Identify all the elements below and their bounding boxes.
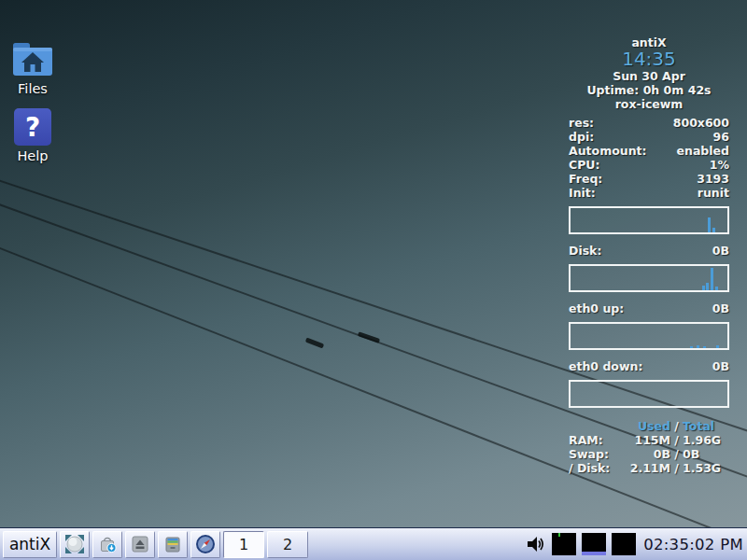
wire-splice [305,338,324,349]
stat-label: res: [569,116,594,130]
usage-header: Used / Total [569,419,729,433]
conky-session: rox-icewm [569,97,729,111]
disk-graph-section: Disk: 0B [569,244,729,292]
web-browser-button[interactable] [190,531,220,558]
graph-value: 0B [712,244,729,258]
network-monitor-applet[interactable] [582,533,606,555]
usage-row-swap: Swap: 0B / 0B [569,447,729,461]
stat-value: 3193 [697,172,729,186]
stat-row-init: Init: runit [569,186,729,200]
conky-stats: res: 747x560 dpi: 96 Automount: enabled … [569,116,729,200]
workspace-button-1[interactable]: 1 [223,531,264,558]
desktop-icon-files[interactable]: Files [4,41,62,96]
usage-header-total: Total [683,419,729,433]
cpu-monitor-applet[interactable] [552,533,576,555]
disk-graph [569,264,729,292]
graph-value: 0B [712,359,729,373]
wire-splice [358,331,380,343]
folder-home-icon [12,41,53,78]
stat-label: Init: [569,186,596,200]
stat-value: runit [698,186,729,200]
graph-label: Disk: [569,244,601,258]
stat-row-res: res: 747x560 [569,116,729,130]
show-desktop-button[interactable] [60,531,90,558]
stat-label: Automount: [569,144,647,158]
desktop-wallpaper: Files ? Help antiX 14:35 Sun 30 Apr Upti… [0,0,747,527]
desktop-icon-label: Help [17,148,48,163]
eject-icon [130,534,150,554]
eth0-up-graph [569,322,729,350]
stat-label: CPU: [569,158,599,172]
stat-row-automount: Automount: enabled [569,144,729,158]
desktop-icon-label: Files [18,81,48,96]
stat-value: 1% [710,158,729,172]
volume-icon[interactable] [526,535,546,553]
drawer-icon [162,534,183,554]
stat-value: 747x560 [673,116,729,130]
workspace-button-2[interactable]: 2 [267,531,308,558]
conky-date: Sun 30 Apr [569,69,729,83]
usage-header-used: Used [616,419,670,433]
stat-row-freq: Freq: 3193 [569,172,729,186]
graph-label: eth0 up: [569,301,624,315]
conky-uptime: Uptime: 0h 0m 42s [569,83,729,97]
file-cabinet-button[interactable] [158,531,188,558]
conky-clock: 14:35 [569,49,729,69]
conky-system-monitor: antiX 14:35 Sun 30 Apr Uptime: 0h 0m 42s… [569,35,729,475]
globe-icon [64,534,85,554]
mount-eject-button[interactable] [125,531,155,558]
system-tray: 02:35:02 PM [526,533,743,555]
desktop-icon-help[interactable]: ? Help [4,108,62,163]
package-installer-button[interactable] [92,531,122,558]
graph-value: 0B [712,301,729,315]
memory-monitor-applet[interactable] [612,533,636,555]
taskbar-clock[interactable]: 02:35:02 PM [643,536,743,553]
usage-row-ram: RAM: 115M / 1.96G [569,433,729,447]
bag-download-icon [97,534,118,554]
stat-label: Freq: [569,172,602,186]
compass-icon [195,534,216,554]
stat-value: enabled [677,144,729,158]
usage-table: Used / Total RAM: 115M / 1.96G Swap: 0B … [569,419,729,475]
taskbar: antiX [0,527,747,560]
cpu-graph [569,206,729,234]
network-activity-bar [582,552,606,555]
stat-label: dpi: [569,130,594,144]
eth0-up-graph-section: eth0 up: 0B [569,301,729,350]
stat-value: 96 [713,130,729,144]
cpu-activity-tick [558,533,560,537]
stat-row-cpu: CPU: 1% [569,158,729,172]
start-menu-button[interactable]: antiX [3,531,57,558]
graph-label: eth0 down: [569,359,642,373]
eth0-down-graph [569,380,729,408]
eth0-down-graph-section: eth0 down: 0B [569,359,729,408]
cpu-graph-section [569,206,729,234]
stat-row-dpi: dpi: 96 [569,130,729,144]
usage-row-root-disk: / Disk: 2.11M / 1.53G [569,461,729,475]
question-mark-icon: ? [14,108,51,146]
